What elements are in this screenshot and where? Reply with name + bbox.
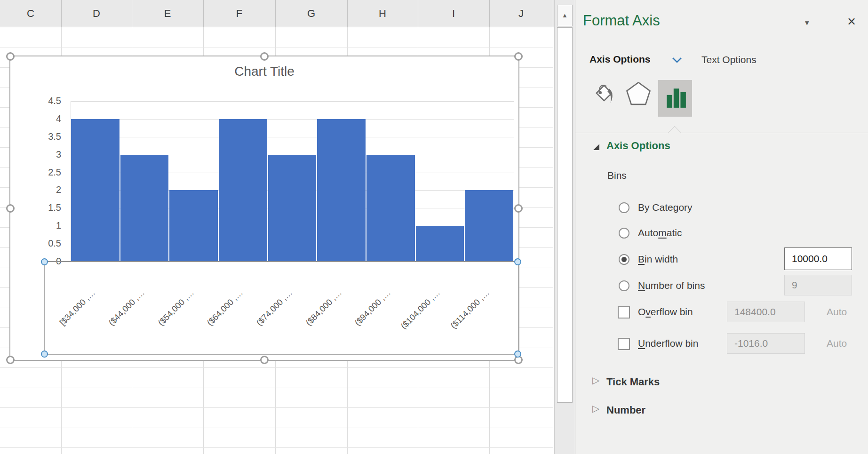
y-axis-tick-label[interactable]: 4.5 — [19, 96, 61, 106]
column-header-E[interactable]: E — [132, 0, 203, 27]
radio-automatic[interactable] — [619, 228, 629, 239]
expanded-triangle-icon[interactable] — [593, 144, 599, 150]
column-header-G[interactable]: G — [275, 0, 347, 27]
label-by-category[interactable]: By Category — [638, 202, 693, 213]
underflow-auto-label[interactable]: Auto — [827, 338, 847, 349]
grid-line-horizontal — [0, 407, 553, 408]
y-axis-tick-label[interactable]: 3.5 — [19, 131, 61, 142]
collapsed-triangle-icon[interactable]: ▷ — [592, 403, 599, 414]
section-axis-options[interactable]: Axis Options — [606, 140, 670, 152]
label-overflow-bin[interactable]: Overflow bin — [638, 306, 693, 318]
column-header-C[interactable]: C — [0, 0, 61, 27]
tab-text-options[interactable]: Text Options — [701, 54, 757, 65]
axis-selection-handle[interactable] — [41, 258, 48, 265]
selected-tab-caret — [668, 126, 681, 139]
chart-selection-handle[interactable] — [6, 204, 15, 213]
effects-icon[interactable] — [625, 81, 653, 112]
divider — [575, 133, 868, 133]
close-icon[interactable]: × — [847, 13, 856, 30]
scroll-up-button[interactable]: ▲ — [557, 5, 573, 26]
section-tick-marks[interactable]: Tick Marks — [606, 376, 660, 388]
y-axis-tick-label[interactable]: 2.5 — [19, 167, 61, 178]
axis-selection-handle[interactable] — [514, 258, 521, 265]
radio-by-category[interactable] — [619, 202, 629, 213]
column-header-H[interactable]: H — [347, 0, 418, 27]
chart-selection-handle[interactable] — [6, 52, 15, 61]
section-number[interactable]: Number — [606, 404, 645, 416]
column-header-F[interactable]: F — [203, 0, 275, 27]
vertical-scrollbar[interactable]: ▲ — [554, 0, 575, 454]
histogram-bar[interactable] — [416, 226, 464, 262]
chart-gridline — [71, 101, 514, 102]
axis-selection-handle[interactable] — [514, 350, 521, 358]
y-axis-tick-label[interactable]: 4 — [19, 113, 61, 124]
histogram-bar[interactable] — [317, 119, 366, 262]
overflow-bin-input — [727, 302, 805, 322]
grid-line-horizontal — [0, 367, 553, 368]
grid-line-horizontal — [0, 428, 553, 428]
column-header-J[interactable]: J — [489, 0, 553, 27]
grid-line-horizontal — [0, 447, 553, 448]
chart-object[interactable]: Chart Title 4.543.532.521.510.50[$34,000… — [9, 56, 519, 361]
chart-title[interactable]: Chart Title — [10, 64, 518, 79]
axis-selection-handle[interactable] — [41, 350, 48, 358]
up-arrow-icon: ▲ — [562, 12, 568, 19]
pane-title: Format Axis — [583, 12, 660, 29]
header-separator — [553, 0, 553, 27]
grid-line-horizontal — [0, 48, 553, 48]
column-header-D[interactable]: D — [61, 0, 132, 27]
collapsed-triangle-icon[interactable]: ▷ — [592, 374, 599, 386]
column-header-row: CDEFGHIJ — [0, 0, 554, 27]
histogram-bar[interactable] — [268, 155, 317, 262]
grid-line-vertical — [553, 27, 553, 454]
histogram-bar[interactable] — [71, 119, 119, 262]
checkbox-underflow-bin[interactable] — [618, 338, 630, 350]
column-header-I[interactable]: I — [418, 0, 489, 27]
pane-options-dropdown-icon[interactable]: ▾ — [805, 18, 809, 28]
label-underflow-bin[interactable]: Underflow bin — [638, 338, 698, 349]
y-axis-tick-label[interactable]: 0.5 — [19, 238, 61, 249]
chart-selection-handle[interactable] — [260, 356, 269, 364]
chevron-down-icon[interactable] — [671, 56, 683, 66]
grid-line-horizontal — [0, 388, 553, 388]
chart-selection-handle[interactable] — [6, 356, 15, 364]
histogram-bar[interactable] — [219, 119, 267, 262]
radio-number-of-bins[interactable] — [619, 280, 629, 291]
overflow-auto-label[interactable]: Auto — [827, 306, 847, 318]
histogram-bar[interactable] — [169, 190, 218, 262]
number-of-bins-input — [784, 275, 852, 295]
bin-width-input[interactable] — [784, 247, 852, 270]
label-automatic[interactable]: Automatic — [638, 227, 682, 239]
y-axis-tick-label[interactable]: 1.5 — [19, 202, 61, 213]
axis-options-chart-icon-selected[interactable] — [658, 80, 692, 117]
chart-gridline — [71, 119, 514, 119]
category-axis-line[interactable] — [44, 261, 520, 262]
fill-line-icon[interactable] — [592, 81, 621, 112]
underflow-bin-input — [727, 333, 805, 354]
chart-selection-handle[interactable] — [260, 52, 269, 61]
category-axis-selection-box[interactable] — [44, 262, 518, 355]
format-axis-pane: Format Axis ▾ × Axis Options Text Option… — [575, 0, 868, 454]
chart-gridline — [71, 137, 514, 137]
y-axis-tick-label[interactable]: 3 — [19, 149, 61, 160]
histogram-bar[interactable] — [465, 190, 513, 262]
spreadsheet-grid: CDEFGHIJ Chart Title 4.543.532.521.510.5… — [0, 0, 554, 454]
histogram-bar[interactable] — [120, 155, 169, 262]
chart-selection-handle[interactable] — [514, 204, 523, 213]
chart-selection-handle[interactable] — [514, 52, 523, 61]
tab-axis-options[interactable]: Axis Options — [589, 54, 651, 65]
checkbox-overflow-bin[interactable] — [618, 306, 630, 319]
radio-bin-width[interactable] — [619, 254, 629, 265]
histogram-bar[interactable] — [366, 155, 415, 262]
scrollbar-thumb[interactable] — [557, 27, 573, 403]
bins-label: Bins — [607, 170, 627, 181]
label-number-of-bins[interactable]: Number of bins — [638, 280, 705, 291]
y-axis-tick-label[interactable]: 1 — [19, 220, 61, 231]
label-bin-width[interactable]: Bin width — [638, 254, 678, 265]
y-axis-tick-label[interactable]: 2 — [19, 184, 61, 195]
